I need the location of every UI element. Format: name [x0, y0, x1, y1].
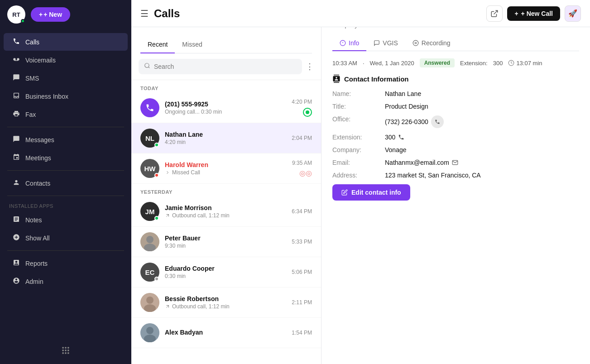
- avatar: [140, 293, 159, 312]
- rocket-button[interactable]: 🚀: [565, 5, 581, 22]
- value-email: Nathanmx@email.com: [385, 159, 458, 166]
- divider: [7, 196, 124, 196]
- divider: [7, 170, 124, 171]
- installed-apps-label: INSTALLED APPS: [0, 200, 131, 211]
- sidebar-item-fax[interactable]: Fax: [4, 105, 128, 123]
- call-tabs: Recent Missed: [140, 36, 312, 53]
- user-status-dot: [21, 19, 25, 23]
- list-item[interactable]: EC Eduardo Cooper 0:30 min 5:06 PM: [131, 257, 321, 287]
- list-item[interactable]: NL Nathan Lane 4:20 min 2:04 PM: [131, 123, 321, 153]
- list-item[interactable]: Peter Bauer 9:30 min 5:33 PM: [131, 227, 321, 257]
- sidebar-item-messages[interactable]: Messages: [4, 131, 128, 148]
- call-name: Harold Warren: [165, 161, 287, 168]
- sidebar-item-label: Business Inbox: [25, 93, 68, 100]
- call-name: Alex Badyan: [165, 329, 286, 336]
- divider: [7, 250, 124, 251]
- tab-recent[interactable]: Recent: [140, 36, 175, 53]
- call-info: Alex Badyan: [165, 329, 286, 337]
- call-right: 2:11 PM: [292, 299, 312, 306]
- svg-rect-7: [65, 350, 66, 351]
- sidebar-item-label: Meetings: [25, 154, 51, 162]
- label-title: Title:: [332, 103, 378, 110]
- search-input[interactable]: [154, 63, 297, 70]
- svg-rect-9: [62, 352, 64, 354]
- value-address: 123 market St, San Francisco, CA: [385, 172, 481, 179]
- contact-section: Contact Information Name: Nathan Lane Ti…: [332, 75, 579, 201]
- svg-point-0: [13, 58, 15, 60]
- call-info: Eduardo Cooper 0:30 min: [165, 265, 286, 279]
- status-dot: [154, 216, 159, 220]
- sidebar-item-business-inbox[interactable]: Business Inbox: [4, 87, 128, 105]
- tab-recording[interactable]: Recording: [405, 36, 458, 51]
- duration-info: 13:07 min: [508, 60, 542, 67]
- call-time: 1:54 PM: [292, 330, 312, 336]
- edit-contact-button[interactable]: Edit contact info: [332, 184, 410, 201]
- sidebar-item-label: Voicemails: [25, 57, 56, 64]
- sidebar-item-admin[interactable]: Admin: [4, 273, 128, 290]
- svg-point-1: [17, 58, 19, 60]
- more-options-icon[interactable]: ⋮: [306, 62, 314, 72]
- sidebar-item-calls[interactable]: Calls: [4, 33, 128, 51]
- call-time-meta: 10:33 AM: [332, 60, 357, 67]
- call-time: 2:04 PM: [292, 135, 312, 141]
- sidebar-item-meetings[interactable]: Meetings: [4, 149, 128, 167]
- avatar: [140, 323, 159, 342]
- sidebar-item-contacts[interactable]: Contacts: [4, 174, 128, 192]
- sidebar-item-sms[interactable]: SMS: [4, 69, 128, 87]
- value-name: Nathan Lane: [385, 90, 421, 97]
- today-label: TODAY: [131, 80, 321, 93]
- extension-label: Extension:: [460, 60, 488, 67]
- detail-tabs: Info VGIS Recording: [332, 36, 579, 51]
- call-list-body: TODAY (201) 555-9925 Ongoing call... 0:3…: [131, 80, 321, 364]
- sidebar-nav: Calls Voicemails SMS Business Inbox Fax: [0, 29, 131, 294]
- sidebar-top: RT + + New: [0, 0, 131, 29]
- call-sub: 4:20 min: [165, 139, 286, 145]
- grid-icon[interactable]: [61, 346, 70, 357]
- list-item[interactable]: HW Harold Warren Missed Call 9:35 AM ◎◎: [131, 153, 321, 184]
- contact-row-company: Company: Vonage: [332, 146, 579, 153]
- sidebar-item-reports[interactable]: Reports: [4, 254, 128, 272]
- status-dot: [154, 143, 159, 147]
- extension-value: 300: [493, 60, 503, 67]
- sidebar-item-notes[interactable]: Notes: [4, 211, 128, 229]
- call-sub: Missed Call: [165, 169, 287, 176]
- call-name: Jamie Morrison: [165, 204, 286, 211]
- label-office: Office:: [332, 115, 378, 128]
- contact-section-header: Contact Information: [332, 75, 579, 83]
- label-address: Address:: [332, 172, 378, 179]
- page-title: Calls: [154, 7, 180, 20]
- avatar: NL: [140, 129, 159, 148]
- svg-line-12: [494, 10, 498, 14]
- sidebar-item-voicemails[interactable]: Voicemails: [4, 51, 128, 69]
- call-name: Peter Bauer: [165, 235, 286, 242]
- svg-rect-5: [67, 347, 69, 349]
- new-button[interactable]: + + New: [31, 7, 70, 22]
- value-company: Vonage: [385, 146, 407, 153]
- tab-missed[interactable]: Missed: [175, 36, 209, 53]
- call-name: Bessie Robertson: [165, 295, 286, 302]
- list-item[interactable]: (201) 555-9925 Ongoing call... 0:30 min …: [131, 93, 321, 123]
- tab-info[interactable]: Info: [332, 36, 366, 51]
- new-call-button[interactable]: + + New Call: [507, 6, 560, 21]
- fax-icon: [13, 110, 20, 119]
- connect-button[interactable]: [486, 5, 503, 22]
- voicemail-indicator: ◎◎: [299, 169, 312, 177]
- call-name: (201) 555-9925: [165, 101, 286, 108]
- sidebar-item-label: Notes: [25, 216, 42, 224]
- list-item[interactable]: Bessie Robertson Outbound call, 1:12 min…: [131, 287, 321, 318]
- hamburger-icon[interactable]: ☰: [140, 8, 149, 19]
- contact-row-email: Email: Nathanmx@email.com: [332, 159, 579, 166]
- avatar: EC: [140, 263, 159, 282]
- svg-line-14: [167, 215, 169, 217]
- svg-point-23: [146, 327, 153, 334]
- sidebar-item-show-all[interactable]: Show All: [4, 229, 128, 247]
- call-right: 5:33 PM: [292, 239, 312, 245]
- call-office-button[interactable]: [431, 115, 444, 128]
- list-item[interactable]: Alex Badyan 1:54 PM: [131, 318, 321, 348]
- svg-point-32: [415, 42, 417, 44]
- sms-icon: [13, 74, 20, 82]
- search-input-wrap[interactable]: [139, 59, 302, 74]
- sidebar-item-label: SMS: [25, 75, 39, 82]
- tab-vgis[interactable]: VGIS: [366, 36, 405, 51]
- list-item[interactable]: JM Jamie Morrison Outbound call, 1:12 mi…: [131, 196, 321, 227]
